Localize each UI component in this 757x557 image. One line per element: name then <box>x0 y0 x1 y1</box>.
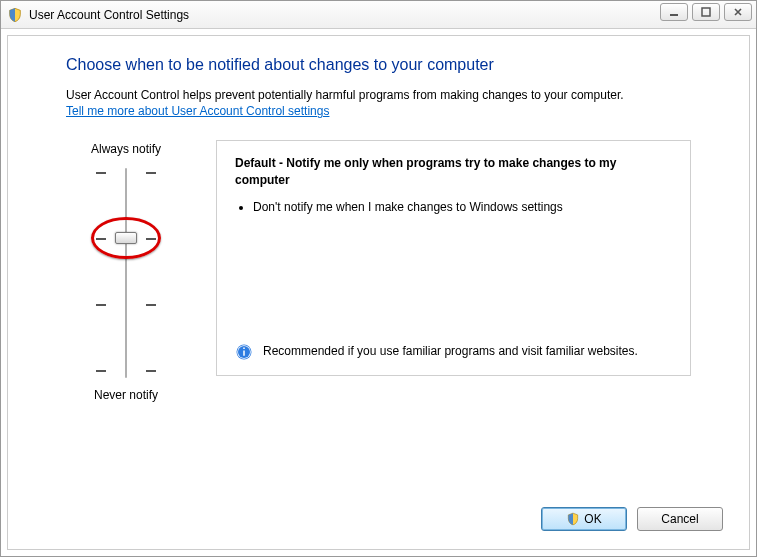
slider-thumb[interactable] <box>115 232 137 244</box>
titlebar: User Account Control Settings <box>1 1 756 29</box>
svg-rect-6 <box>243 348 245 350</box>
recommendation-row: Recommended if you use familiar programs… <box>235 343 672 361</box>
intro-text: User Account Control helps prevent poten… <box>66 88 691 102</box>
description-title: Default - Notify me only when programs t… <box>235 155 672 189</box>
slider-track <box>125 168 127 378</box>
shield-icon <box>7 7 23 23</box>
shield-icon <box>566 512 580 526</box>
window-title: User Account Control Settings <box>29 8 189 22</box>
close-icon <box>733 7 743 17</box>
description-bullets: Don't notify me when I make changes to W… <box>253 199 672 216</box>
ok-button-label: OK <box>584 512 601 526</box>
slider-label-bottom: Never notify <box>66 388 186 402</box>
svg-rect-1 <box>702 8 710 16</box>
body-area: Always notify Never notify Default - Not… <box>66 140 691 404</box>
close-button[interactable] <box>724 3 752 21</box>
content-frame: Choose when to be notified about changes… <box>7 35 750 550</box>
description-bullet: Don't notify me when I make changes to W… <box>253 199 672 216</box>
page-heading: Choose when to be notified about changes… <box>66 56 691 74</box>
slider-column: Always notify Never notify <box>66 140 186 404</box>
cancel-button-label: Cancel <box>661 512 698 526</box>
svg-rect-5 <box>243 351 245 356</box>
description-panel: Default - Notify me only when programs t… <box>216 140 691 376</box>
window-controls <box>660 3 752 21</box>
minimize-icon <box>669 7 679 17</box>
svg-rect-0 <box>670 14 678 16</box>
slider-tick <box>96 370 156 372</box>
help-link[interactable]: Tell me more about User Account Control … <box>66 104 329 118</box>
cancel-button[interactable]: Cancel <box>637 507 723 531</box>
maximize-icon <box>701 7 711 17</box>
dialog-buttons: OK Cancel <box>541 507 723 531</box>
slider-tick <box>96 172 156 174</box>
ok-button[interactable]: OK <box>541 507 627 531</box>
slider-label-top: Always notify <box>66 142 186 156</box>
maximize-button[interactable] <box>692 3 720 21</box>
notification-slider[interactable] <box>96 168 156 378</box>
slider-tick <box>96 304 156 306</box>
minimize-button[interactable] <box>660 3 688 21</box>
recommendation-text: Recommended if you use familiar programs… <box>263 343 638 360</box>
info-icon <box>235 343 253 361</box>
